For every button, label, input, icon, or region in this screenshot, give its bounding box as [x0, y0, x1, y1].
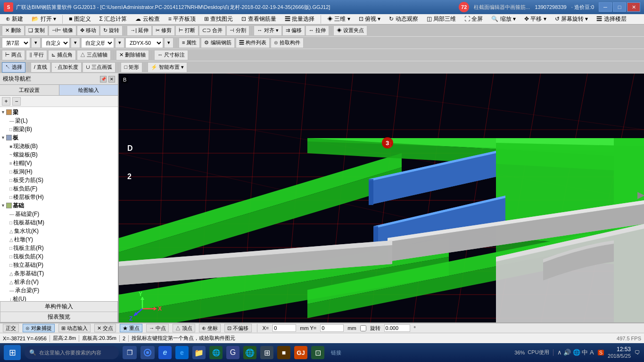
item-strip-foundation[interactable]: △ 条形基础(T): [0, 269, 118, 278]
three-point-axis-button[interactable]: △ 三点辅轴: [77, 50, 111, 60]
mirror-button[interactable]: ⊣⊢ 镜像: [49, 25, 76, 36]
minimize-button[interactable]: ─: [599, 2, 612, 12]
point-len-button[interactable]: · 点加长度: [51, 62, 82, 73]
menu-3d[interactable]: ◈ 三维 ▾: [323, 14, 354, 24]
clock[interactable]: 12:53 2018/5/25: [608, 346, 631, 359]
line-type-select[interactable]: 自定义线: [81, 38, 114, 48]
component-list-button[interactable]: ☰ 构件列表: [236, 38, 270, 48]
search-bar[interactable]: 🔍 在这里输入你要搜索的内容: [25, 346, 119, 359]
panel-pin-button[interactable]: 📌: [100, 76, 107, 82]
menu-view-steel[interactable]: ⊡ 查看钢筋量: [238, 14, 280, 24]
dimension-button[interactable]: ↔ 尺寸标注: [154, 50, 188, 60]
report-preview-button[interactable]: 报表预览: [0, 312, 118, 322]
x-input[interactable]: [272, 324, 296, 332]
menu-zoom[interactable]: 🔍 缩放 ▾: [487, 14, 520, 24]
item-pile[interactable]: ↓ 桩(U): [0, 295, 118, 301]
merge-button[interactable]: ⊂⊃ 合并: [199, 25, 226, 36]
file-explorer-icon[interactable]: 📁: [192, 346, 206, 359]
engineering-settings-tab[interactable]: 工程设置: [0, 85, 59, 95]
category-foundation[interactable]: ▼ 基础: [0, 201, 118, 210]
taskview-button[interactable]: ❐: [123, 346, 137, 359]
type-dropdown-btn[interactable]: ▾: [71, 38, 80, 48]
app-icon-5[interactable]: ■: [277, 346, 290, 359]
menu-fullscreen[interactable]: ⛶ 全屏: [461, 14, 487, 24]
item-slab-rebar[interactable]: □ 板受力筋(S): [0, 176, 118, 184]
snap-vertex[interactable]: △ 顶点: [173, 324, 195, 332]
gjd-app-icon[interactable]: GJ: [294, 346, 307, 359]
item-beam-L[interactable]: — 梁(L): [0, 116, 118, 125]
item-slab-hole[interactable]: □ 板洞(H): [0, 167, 118, 176]
app-icon-2[interactable]: G: [226, 346, 239, 359]
arc-button[interactable]: ∪ 三点画弧: [83, 62, 116, 73]
drawing-input-tab[interactable]: 绘图输入: [59, 85, 118, 95]
floor-dropdown-btn[interactable]: ▾: [31, 38, 41, 48]
menu-pan[interactable]: ✥ 平移 ▾: [520, 14, 550, 24]
panel-controls[interactable]: 📌 ✕: [100, 76, 115, 82]
menu-top-view[interactable]: ⊡ 俯视 ▾: [355, 14, 385, 24]
category-beam[interactable]: ▼ 梁: [0, 108, 118, 116]
menu-align[interactable]: ≡ 平齐板顶: [165, 14, 199, 24]
menu-batch[interactable]: ☰ 批量选择: [281, 14, 318, 24]
menu-define[interactable]: ■ 图定义: [65, 14, 95, 24]
ie-browser-icon[interactable]: e: [158, 346, 172, 359]
item-column-pier[interactable]: △ 柱墩(Y): [0, 235, 118, 244]
item-raft-foundation[interactable]: □ 筏板基础(M): [0, 218, 118, 227]
code-dropdown-btn[interactable]: ▾: [164, 38, 173, 48]
item-slab-neg-rebar[interactable]: □ 板负筋(F): [0, 184, 118, 193]
rotate-checkbox[interactable]: [360, 325, 366, 331]
app-icon-4[interactable]: ⊞: [260, 346, 273, 359]
menu-screen-rotate[interactable]: ↺ 屏幕旋转 ▾: [551, 14, 592, 24]
menu-dynamic[interactable]: ↻ 动态观察: [385, 14, 421, 24]
snap-orthogonal[interactable]: 正交: [3, 324, 19, 332]
parallel-button[interactable]: ∥ 平行: [26, 50, 47, 60]
notification-button[interactable]: 🗨: [635, 349, 640, 356]
snap-no-offset[interactable]: ⊡ 不偏移: [224, 324, 251, 332]
line-button[interactable]: / 直线: [31, 62, 50, 73]
break-button[interactable]: ⊢ 打断: [175, 25, 198, 36]
snap-object[interactable]: ⊙ 对象捕捉: [23, 324, 55, 332]
rotate-button[interactable]: ↻ 旋转: [100, 25, 123, 36]
property-button[interactable]: ≡ 属性: [179, 38, 200, 48]
extend-button[interactable]: →| 延伸: [127, 25, 152, 36]
start-button[interactable]: ⊞: [4, 345, 21, 360]
item-isolated-foundation[interactable]: □ 独立基础(P): [0, 261, 118, 269]
copy-button[interactable]: ❑ 复制: [25, 25, 48, 36]
floor-select[interactable]: 第7层: [2, 38, 30, 48]
type-select[interactable]: 自定义: [41, 38, 70, 48]
menu-new[interactable]: ⊕ 新建: [2, 14, 27, 24]
item-raft-main-rebar[interactable]: □ 筏板主筋(R): [0, 244, 118, 252]
menu-local-3d[interactable]: ◫ 局部三维: [423, 14, 460, 24]
pick-component-button[interactable]: ⊙ 拾取构件: [271, 38, 304, 48]
app-icon-6[interactable]: ⊡: [311, 346, 324, 359]
menu-cloud[interactable]: ☁ 云检查: [132, 14, 163, 24]
rotate-input[interactable]: [384, 324, 410, 332]
item-cap-beam[interactable]: — 承台梁(F): [0, 286, 118, 295]
item-column-cap[interactable]: ≡ 柱帽(V): [0, 159, 118, 167]
snap-intersection[interactable]: ✕ 交点: [94, 324, 116, 332]
item-cast-slab[interactable]: ■ 现浇板(B): [0, 142, 118, 150]
code-select[interactable]: ZDYX-50: [125, 38, 163, 48]
item-raft-neg-rebar[interactable]: □ 筏板负筋(X): [0, 252, 118, 261]
delete-aux-button[interactable]: ✕ 删除辅轴: [116, 50, 149, 60]
tree-collapse-button[interactable]: −: [12, 97, 21, 106]
snap-coordinate[interactable]: ⊕ 坐标: [199, 324, 221, 332]
app-icon-3[interactable]: 🌐: [243, 346, 256, 359]
menu-calc[interactable]: Σ 汇总计算: [96, 14, 131, 24]
two-points-button[interactable]: ⊢ 两点: [2, 50, 25, 60]
panel-close-button[interactable]: ✕: [108, 76, 115, 82]
edit-steel-button[interactable]: ⚙ 编辑钢筋: [201, 38, 234, 48]
stretch-button[interactable]: ↔ 拉伸: [305, 25, 329, 36]
item-pile-cap[interactable]: △ 桩承台(V): [0, 278, 118, 286]
edge-browser-icon[interactable]: e: [175, 346, 189, 359]
item-spiral-slab[interactable]: ~ 螺旋板(B): [0, 150, 118, 159]
item-sump[interactable]: △ 集水坑(K): [0, 227, 118, 235]
snap-dynamic-input[interactable]: ⊞ 动态输入: [58, 324, 91, 332]
setpoint-button[interactable]: ◈ 设置夹点: [333, 25, 367, 36]
item-foundation-beam[interactable]: — 基础梁(F): [0, 210, 118, 218]
maximize-button[interactable]: □: [613, 2, 626, 12]
tree-expand-button[interactable]: +: [2, 97, 10, 106]
offset-button[interactable]: ⇉ 偏移: [282, 25, 305, 36]
category-slab[interactable]: ▼ 板: [0, 133, 118, 142]
split-button[interactable]: ⊣ 分割: [226, 25, 249, 36]
smart-layout-button[interactable]: ⚡ 智能布置 ▾: [148, 62, 187, 73]
